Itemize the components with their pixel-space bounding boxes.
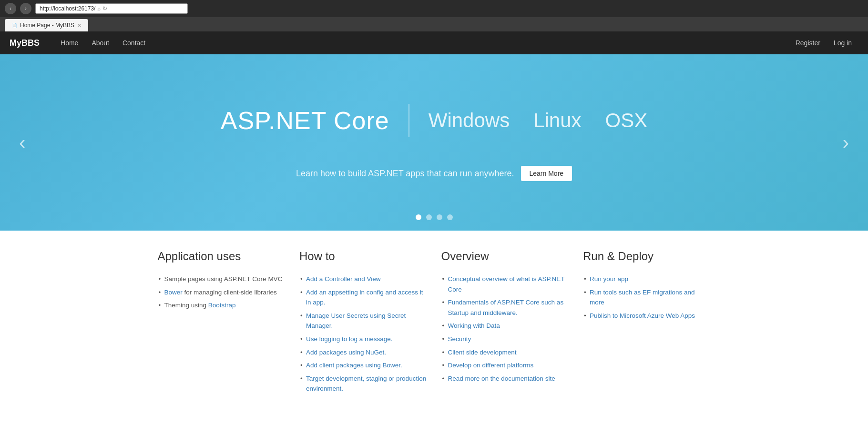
list-item: Client side development (441, 346, 569, 359)
hero-subtitle-text: Learn how to build ASP.NET apps that can… (296, 169, 514, 179)
list-item: Add an appsetting in config and access i… (299, 286, 427, 309)
list-item: Run your app (583, 273, 711, 286)
list-item: Fundamentals of ASP.NET Core such as Sta… (441, 296, 569, 319)
list-item: Publish to Microsoft Azure Web Apps (583, 309, 711, 323)
carousel-dot-2[interactable] (426, 214, 432, 220)
content-grid: Application uses Sample pages using ASP.… (148, 231, 720, 415)
hero-platforms: Windows Linux OSX (429, 109, 648, 132)
platform-osx: OSX (605, 109, 648, 132)
tab-close-button[interactable]: ✕ (77, 22, 82, 29)
item-text: Theming using Bootstrap (164, 302, 236, 309)
overview-link-4[interactable]: Security (448, 335, 471, 343)
platform-windows: Windows (429, 109, 510, 132)
hero-divider (408, 104, 409, 137)
howto-link-6[interactable]: Add client packages using Bower. (306, 362, 402, 369)
browser-chrome: ‹ › http://localhost:26173/ ⌕ ↻ (0, 0, 868, 17)
list-item: Add client packages using Bower. (299, 359, 427, 372)
col3-list: Conceptual overview of what is ASP.NET C… (441, 273, 569, 385)
nav-about[interactable]: About (85, 31, 116, 54)
overview-link-7[interactable]: Read more on the documentation site (448, 375, 555, 382)
hero-subtitle-row: Learn how to build ASP.NET apps that can… (296, 166, 572, 181)
col-application-uses: Application uses Sample pages using ASP.… (158, 250, 286, 395)
address-bar[interactable]: http://localhost:26173/ ⌕ ↻ (35, 3, 188, 14)
tab-title: Home Page - MyBBS (20, 22, 74, 29)
bower-link[interactable]: Bower (164, 289, 183, 296)
hero-aspnet-title: ASP.NET Core (221, 106, 389, 135)
list-item: Bower for managing client-side libraries (158, 286, 286, 299)
active-tab[interactable]: 📄 Home Page - MyBBS ✕ (5, 19, 88, 31)
address-text: http://localhost:26173/ (40, 5, 95, 12)
list-item: Use logging to log a message. (299, 333, 427, 346)
carousel-dots (416, 214, 453, 220)
list-item: Read more on the documentation site (441, 372, 569, 385)
overview-link-2[interactable]: Fundamentals of ASP.NET Core such as Sta… (448, 299, 564, 316)
carousel-dot-4[interactable] (447, 214, 453, 220)
list-item: Theming using Bootstrap (158, 299, 286, 312)
refresh-icon[interactable]: ↻ (102, 5, 107, 12)
item-text: for managing client-side libraries (183, 289, 277, 296)
howto-link-1[interactable]: Add a Controller and View (306, 275, 381, 283)
howto-link-4[interactable]: Use logging to log a message. (306, 335, 393, 343)
howto-link-7[interactable]: Target development, staging or productio… (306, 375, 426, 393)
hero-title-row: ASP.NET Core Windows Linux OSX (221, 104, 648, 137)
deploy-link-2[interactable]: Run tools such as EF migrations and more (590, 289, 695, 306)
platform-linux: Linux (533, 109, 581, 132)
overview-link-6[interactable]: Develop on different platforms (448, 362, 534, 369)
nav-contact[interactable]: Contact (116, 31, 152, 54)
list-item: Sample pages using ASP.NET Core MVC (158, 273, 286, 286)
carousel-next-button[interactable]: › (838, 127, 854, 158)
navbar: MyBBS Home About Contact Register Log in (0, 31, 868, 54)
nav-home[interactable]: Home (54, 31, 85, 54)
nav-register[interactable]: Register (789, 31, 827, 54)
carousel-prev-button[interactable]: ‹ (14, 127, 30, 158)
col4-title: Run & Deploy (583, 250, 711, 263)
list-item: Conceptual overview of what is ASP.NET C… (441, 273, 569, 296)
howto-link-5[interactable]: Add packages using NuGet. (306, 349, 386, 356)
list-item: Security (441, 333, 569, 346)
list-item: Manage User Secrets using Secret Manager… (299, 309, 427, 333)
learn-more-button[interactable]: Learn More (521, 166, 572, 181)
col4-list: Run your app Run tools such as EF migrat… (583, 273, 711, 322)
overview-link-5[interactable]: Client side development (448, 349, 517, 356)
col1-list: Sample pages using ASP.NET Core MVC Bowe… (158, 273, 286, 312)
list-item: Working with Data (441, 319, 569, 333)
carousel-dot-1[interactable] (416, 214, 421, 220)
deploy-link-1[interactable]: Run your app (590, 275, 628, 283)
tab-favicon: 📄 (11, 23, 17, 28)
col-overview: Overview Conceptual overview of what is … (441, 250, 569, 395)
bootstrap-link[interactable]: Bootstrap (208, 302, 236, 309)
list-item: Target development, staging or productio… (299, 372, 427, 395)
howto-link-3[interactable]: Manage User Secrets using Secret Manager… (306, 312, 406, 330)
overview-link-1[interactable]: Conceptual overview of what is ASP.NET C… (448, 275, 565, 293)
back-button[interactable]: ‹ (5, 3, 16, 14)
col1-title: Application uses (158, 250, 286, 263)
item-text: Sample pages using ASP.NET Core MVC (164, 275, 283, 283)
col-how-to: How to Add a Controller and View Add an … (299, 250, 427, 395)
col2-list: Add a Controller and View Add an appsett… (299, 273, 427, 395)
navbar-brand[interactable]: MyBBS (10, 38, 40, 48)
search-icon: ⌕ (97, 5, 101, 12)
col2-title: How to (299, 250, 427, 263)
col-run-deploy: Run & Deploy Run your app Run tools such… (583, 250, 711, 395)
forward-button[interactable]: › (20, 3, 31, 14)
howto-link-2[interactable]: Add an appsetting in config and access i… (306, 289, 423, 306)
list-item: Add packages using NuGet. (299, 346, 427, 359)
deploy-link-3[interactable]: Publish to Microsoft Azure Web Apps (590, 312, 695, 319)
list-item: Run tools such as EF migrations and more (583, 286, 711, 309)
hero-carousel: ‹ ASP.NET Core Windows Linux OSX Learn h… (0, 54, 868, 231)
carousel-dot-3[interactable] (437, 214, 442, 220)
list-item: Add a Controller and View (299, 273, 427, 286)
navbar-links: Home About Contact (54, 31, 789, 54)
tab-bar: 📄 Home Page - MyBBS ✕ (0, 17, 868, 31)
list-item: Develop on different platforms (441, 359, 569, 372)
navbar-right: Register Log in (789, 31, 858, 54)
nav-login[interactable]: Log in (827, 31, 858, 54)
col3-title: Overview (441, 250, 569, 263)
overview-link-3[interactable]: Working with Data (448, 322, 500, 329)
